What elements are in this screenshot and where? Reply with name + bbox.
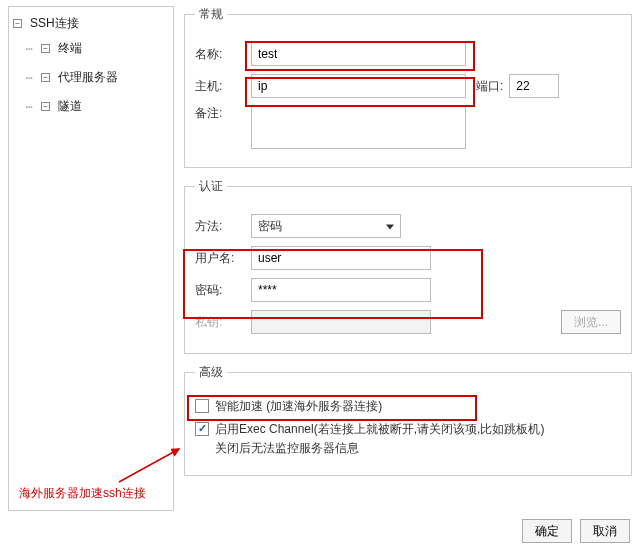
- label-user: 用户名:: [195, 250, 251, 267]
- password-input[interactable]: [251, 278, 431, 302]
- port-input[interactable]: [509, 74, 559, 98]
- exec-channel-checkbox[interactable]: [195, 422, 209, 436]
- method-select[interactable]: 密码: [251, 214, 401, 238]
- smart-accel-checkbox[interactable]: [195, 399, 209, 413]
- tree-label: 隧道: [58, 98, 82, 115]
- privkey-input: [251, 310, 431, 334]
- fieldset-general: 常规 名称: 主机: 端口: 备注:: [184, 6, 632, 168]
- legend-general: 常规: [195, 6, 227, 23]
- label-remark: 备注:: [195, 105, 251, 122]
- label-host: 主机:: [195, 78, 251, 95]
- browse-button[interactable]: 浏览...: [561, 310, 621, 334]
- username-input[interactable]: [251, 246, 431, 270]
- smart-accel-label: 智能加速 (加速海外服务器连接): [215, 397, 382, 416]
- svg-line-0: [119, 449, 179, 482]
- annotation-text: 海外服务器加速ssh连接: [19, 485, 146, 502]
- fieldset-auth: 认证 方法: 密码 用户名: 密码: 私钥: 浏览...: [184, 178, 632, 354]
- tree-branch-icon: ⋯: [21, 71, 37, 85]
- collapse-icon[interactable]: −: [13, 19, 22, 28]
- method-value: 密码: [258, 218, 282, 235]
- tree-label: 终端: [58, 40, 82, 57]
- fieldset-advanced: 高级 智能加速 (加速海外服务器连接) 启用Exec Channel(若连接上就…: [184, 364, 632, 476]
- collapse-icon[interactable]: −: [41, 102, 50, 111]
- exec-channel-label: 启用Exec Channel(若连接上就被断开,请关闭该项,比如跳板机): [215, 420, 544, 439]
- remark-textarea[interactable]: [251, 105, 466, 149]
- tree-item-terminal[interactable]: ⋯ − 终端: [21, 34, 169, 63]
- label-port: 端口:: [476, 78, 503, 95]
- annotation-arrow-icon: [114, 444, 184, 484]
- legend-auth: 认证: [195, 178, 227, 195]
- tree-branch-icon: ⋯: [21, 100, 37, 114]
- ok-button[interactable]: 确定: [522, 519, 572, 543]
- tree-item-ssh[interactable]: − SSH连接: [13, 13, 169, 34]
- tree-item-tunnel[interactable]: ⋯ − 隧道: [21, 92, 169, 121]
- host-input[interactable]: [251, 74, 466, 98]
- smart-accel-row[interactable]: 智能加速 (加速海外服务器连接): [195, 397, 621, 416]
- exec-channel-row[interactable]: 启用Exec Channel(若连接上就被断开,请关闭该项,比如跳板机) 关闭后…: [195, 420, 621, 458]
- tree-branch-icon: ⋯: [21, 42, 37, 56]
- label-pass: 密码:: [195, 282, 251, 299]
- name-input[interactable]: [251, 42, 466, 66]
- exec-channel-sub: 关闭后无法监控服务器信息: [215, 439, 544, 458]
- label-method: 方法:: [195, 218, 251, 235]
- cancel-button[interactable]: 取消: [580, 519, 630, 543]
- tree-item-proxy[interactable]: ⋯ − 代理服务器: [21, 63, 169, 92]
- form-panel: 常规 名称: 主机: 端口: 备注: 认证 方法:: [184, 6, 632, 511]
- nav-tree: − SSH连接 ⋯ − 终端 ⋯ − 代理服务器 ⋯ − 隧道 海外服务器加速s: [8, 6, 174, 511]
- label-name: 名称:: [195, 46, 251, 63]
- dialog-buttons: 确定 取消: [8, 511, 632, 543]
- legend-advanced: 高级: [195, 364, 227, 381]
- tree-label-root: SSH连接: [30, 15, 79, 32]
- collapse-icon[interactable]: −: [41, 73, 50, 82]
- collapse-icon[interactable]: −: [41, 44, 50, 53]
- tree-label: 代理服务器: [58, 69, 118, 86]
- label-privkey: 私钥:: [195, 314, 251, 331]
